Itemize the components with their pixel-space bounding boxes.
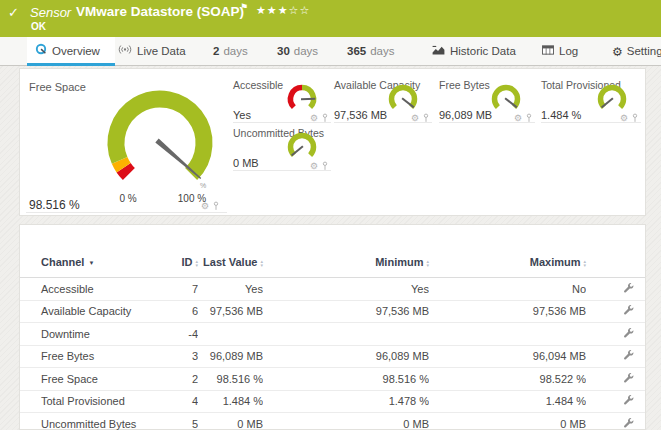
minimum-value: 0 MB [263, 413, 429, 430]
ok-check-icon: ✓ [8, 5, 19, 20]
tab-label: Overview [52, 45, 100, 57]
maximum-value: No [429, 278, 586, 301]
gear-icon[interactable]: ⚙ [201, 202, 209, 211]
gauge-value: 97,536 MB [334, 109, 387, 121]
tab-label-word: days [370, 45, 394, 57]
sort-icon: ▴▾ [426, 259, 429, 267]
minimum-value: 98.516 % [263, 368, 429, 391]
table-row: Total Provisioned 4 1.484 % 1.478 % 1.48… [20, 390, 645, 413]
tab-365-days[interactable]: 365days [347, 37, 394, 65]
stars-empty[interactable]: ☆☆ [289, 4, 311, 16]
channel-id: -4 [170, 323, 198, 346]
total-provisioned-gauge [595, 82, 629, 116]
last-value: 98.516 % [198, 368, 263, 391]
table-header-row: Channel▼ ID▴▾ Last Value▴▾ Minimum▴▾ Max… [20, 247, 645, 278]
pin-icon[interactable] [422, 113, 430, 123]
channel-name: Available Capacity [20, 300, 170, 323]
channel-settings-wrench-icon[interactable] [623, 304, 635, 318]
tab-log[interactable]: Log [542, 37, 578, 65]
gauge-label: Accessible [233, 79, 283, 91]
priority-flag-icon[interactable]: ⚑ [240, 2, 248, 12]
maximum-value: 98.522 % [429, 368, 586, 391]
column-header-last-value[interactable]: Last Value▴▾ [198, 247, 263, 278]
gear-icon[interactable]: ⚙ [411, 114, 419, 123]
status-badge: OK [31, 21, 46, 32]
gear-icon[interactable]: ⚙ [310, 162, 318, 171]
minimum-value: 97,536 MB [263, 300, 429, 323]
gauges-panel: Free Space 0 % 100 % % 98.516 % ⚙ Access… [19, 68, 646, 216]
channel-settings-wrench-icon[interactable] [623, 349, 635, 363]
column-header-id[interactable]: ID▴▾ [170, 247, 198, 278]
gauge-card-free-bytes: Free Bytes 96,089 MB ⚙ [439, 69, 535, 125]
gauge-card-uncommitted-bytes: Uncommitted Bytes 0 MB ⚙ [233, 117, 331, 173]
live-signal-icon [118, 37, 132, 65]
tab-label-number: 30 [277, 45, 290, 57]
table-row: Free Bytes 3 96,089 MB 96,089 MB 96,094 … [20, 345, 645, 368]
minimum-value [263, 323, 429, 346]
card-actions: ⚙ [310, 161, 329, 171]
sensor-kicker: Sensor [30, 5, 71, 20]
tab-2-days[interactable]: 2days [213, 37, 248, 65]
gauge-min-label: 0 % [108, 193, 148, 204]
tab-historic-data[interactable]: Historic Data [432, 37, 516, 65]
channel-id: 7 [170, 278, 198, 301]
pin-icon[interactable] [321, 161, 329, 171]
maximum-value: 1.484 % [429, 390, 586, 413]
channel-settings-wrench-icon[interactable] [623, 282, 635, 296]
tab-label-number: 365 [347, 45, 366, 57]
card-actions: ⚙ [201, 201, 220, 211]
gauge-value: 1.484 % [541, 109, 581, 121]
tab-label-word: days [294, 45, 318, 57]
table-row: Uncommitted Bytes 5 0 MB 0 MB 0 MB [20, 413, 645, 430]
tab-overview[interactable]: Overview [27, 37, 115, 65]
channel-name: Total Provisioned [20, 390, 170, 413]
tab-label: Live Data [137, 45, 186, 57]
channel-settings-wrench-icon[interactable] [623, 327, 635, 341]
channel-settings-wrench-icon[interactable] [623, 417, 635, 430]
table-row: Free Space 2 98.516 % 98.516 % 98.522 % [20, 368, 645, 391]
free-space-label: Free Space [29, 81, 86, 93]
column-label: Channel [41, 256, 84, 268]
pin-icon[interactable] [525, 113, 533, 123]
free-bytes-gauge [489, 82, 523, 116]
gear-icon: ⚙ [612, 45, 623, 59]
page-title: VMware Datastore (SOAP) [76, 4, 244, 19]
priority-stars[interactable]: ★★★☆☆ [256, 4, 310, 17]
gear-icon[interactable]: ⚙ [514, 114, 522, 123]
stars-filled[interactable]: ★★★ [256, 4, 289, 16]
tab-label-word: days [223, 45, 247, 57]
channel-name: Uncommitted Bytes [20, 413, 170, 430]
column-header-minimum[interactable]: Minimum▴▾ [263, 247, 429, 278]
gear-icon[interactable]: ⚙ [620, 114, 628, 123]
channel-id: 5 [170, 413, 198, 430]
sensor-header: ✓ Sensor VMware Datastore (SOAP) ⚑ ★★★☆☆… [0, 0, 661, 37]
free-space-value: 98.516 % [29, 198, 80, 212]
pin-icon[interactable] [631, 113, 639, 123]
tab-30-days[interactable]: 30days [277, 37, 318, 65]
last-value: Yes [198, 278, 263, 301]
gauge-label: Free Bytes [439, 79, 490, 91]
channel-settings-wrench-icon[interactable] [623, 394, 635, 408]
last-value: 0 MB [198, 413, 263, 430]
gauge-card-total-provisioned: Total Provisioned 1.484 % ⚙ [541, 69, 641, 125]
column-header-actions [586, 247, 645, 278]
channel-id: 6 [170, 300, 198, 323]
pin-icon[interactable] [212, 201, 220, 211]
minimum-value: Yes [263, 278, 429, 301]
maximum-value: 0 MB [429, 413, 586, 430]
uncommitted-bytes-gauge [285, 130, 319, 164]
column-label: ID [181, 256, 192, 268]
column-header-maximum[interactable]: Maximum▴▾ [429, 247, 586, 278]
table-row: Available Capacity 6 97,536 MB 97,536 MB… [20, 300, 645, 323]
channel-id: 3 [170, 345, 198, 368]
column-label: Minimum [375, 256, 423, 268]
channel-settings-wrench-icon[interactable] [623, 372, 635, 386]
sort-desc-icon: ▼ [88, 260, 94, 266]
column-header-channel[interactable]: Channel▼ [20, 247, 170, 278]
tab-live-data[interactable]: Live Data [118, 37, 186, 65]
tab-settings[interactable]: ⚙Settings [612, 37, 661, 65]
gauge-card-available-capacity: Available Capacity 97,536 MB ⚙ [334, 69, 432, 125]
maximum-value: 97,536 MB [429, 300, 586, 323]
gauge-icon [35, 37, 47, 65]
sort-icon: ▴▾ [583, 259, 586, 267]
